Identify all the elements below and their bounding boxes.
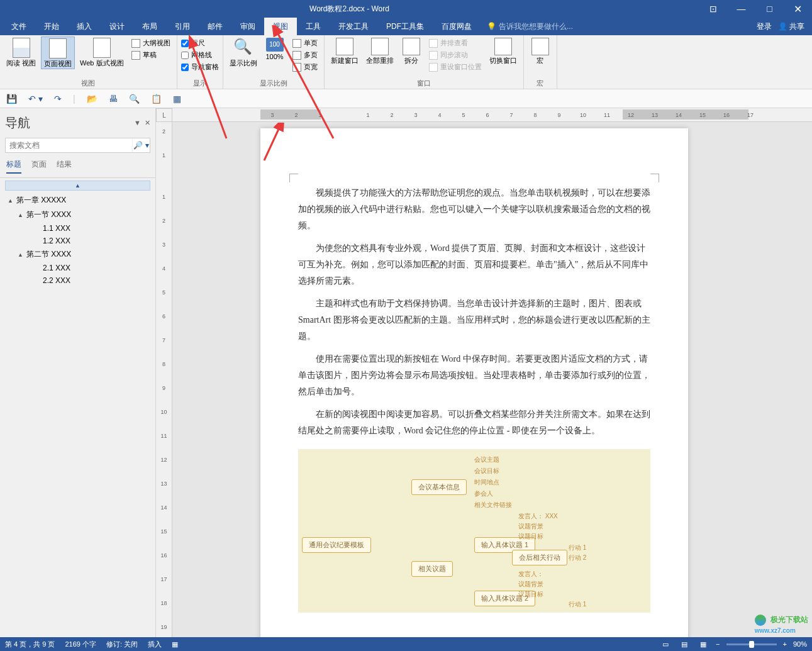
- status-page[interactable]: 第 4 页，共 9 页: [5, 640, 55, 649]
- web-layout-icon: [93, 38, 111, 58]
- zoom-100-button[interactable]: 100 100%: [262, 36, 287, 62]
- qat-open-icon[interactable]: 📂: [87, 94, 97, 104]
- tab-baidu[interactable]: 百度网盘: [433, 18, 481, 35]
- tab-insert[interactable]: 插入: [68, 18, 101, 35]
- arrange-all-button[interactable]: 全部重排: [364, 36, 396, 65]
- ruler-checkbox[interactable]: 标尺: [181, 38, 219, 48]
- document-page[interactable]: 视频提供了功能强大的方法帮助您证明您的观点。当您单击联机视频时，可以在想要添加的…: [260, 128, 688, 637]
- multi-page-button[interactable]: 多页: [290, 50, 320, 60]
- nav-tree-item[interactable]: 1.2 XXX: [5, 235, 150, 247]
- one-page-button[interactable]: 单页: [290, 38, 320, 48]
- tab-home[interactable]: 开始: [35, 18, 68, 35]
- status-web-view-icon[interactable]: ▦: [697, 639, 709, 649]
- nav-tab-pages[interactable]: 页面: [31, 159, 47, 174]
- share-button[interactable]: 👤 共享: [778, 21, 804, 32]
- nav-tree-item[interactable]: ▲第一节 XXXX: [5, 208, 150, 222]
- paragraph[interactable]: 在新的阅读视图中阅读更加容易。可以折叠文档某些部分并关注所需文本。如果在达到结尾…: [298, 406, 650, 439]
- tell-me-search[interactable]: 💡 告诉我您想要做什么...: [487, 21, 573, 32]
- nav-tree-item[interactable]: ▲第一章 XXXXX: [5, 193, 150, 208]
- qat-paste-icon[interactable]: 📋: [151, 94, 162, 104]
- nav-collapse-bar[interactable]: ▲: [5, 181, 150, 191]
- split-button[interactable]: 拆分: [399, 36, 424, 65]
- login-button[interactable]: 登录: [757, 21, 772, 32]
- status-word-count[interactable]: 2169 个字: [65, 640, 96, 649]
- paragraph[interactable]: 使用在需要位置出现的新按钮在 Word 中保存时间。若要更改图片适应文档的方式，…: [298, 351, 650, 400]
- switch-windows-button[interactable]: 切换窗口: [487, 36, 520, 65]
- window-minimize-icon[interactable]: —: [727, 0, 755, 18]
- navpane-checkbox[interactable]: 导航窗格: [181, 62, 219, 72]
- status-insert-mode[interactable]: 插入: [148, 640, 162, 649]
- new-window-icon: [336, 38, 353, 55]
- qat-preview-icon[interactable]: 🔍: [129, 94, 140, 104]
- zoom-in-icon[interactable]: +: [783, 640, 787, 648]
- tab-review[interactable]: 审阅: [231, 18, 264, 35]
- multi-page-label: 多页: [304, 50, 318, 60]
- tab-layout[interactable]: 布局: [133, 18, 166, 35]
- gridlines-checkbox[interactable]: 网格线: [181, 50, 219, 60]
- draft-icon: [131, 51, 140, 60]
- paragraph[interactable]: 为使您的文档具有专业外观，Word 提供了页眉、页脚、封面和文本框设计，这些设计…: [298, 240, 650, 289]
- nav-tab-headings[interactable]: 标题: [6, 159, 21, 174]
- status-print-view-icon[interactable]: ▤: [678, 639, 691, 649]
- zoom-level[interactable]: 90%: [793, 640, 807, 648]
- print-layout-label: 页面视图: [44, 60, 72, 67]
- ruler-label: 标尺: [191, 38, 205, 48]
- status-read-view-icon[interactable]: ▭: [659, 639, 672, 649]
- zoom-button[interactable]: 🔍 显示比例: [227, 36, 260, 68]
- zoom-slider[interactable]: [726, 643, 777, 645]
- one-page-label: 单页: [304, 38, 318, 48]
- tab-developer[interactable]: 开发工具: [330, 18, 377, 35]
- mm-leaf: 参会人: [474, 489, 493, 498]
- qat-separator: |: [73, 94, 75, 104]
- macros-button[interactable]: 宏: [528, 36, 553, 65]
- navpane-label: 导航窗格: [191, 62, 219, 72]
- nav-dropdown-icon[interactable]: ▼: [134, 119, 141, 127]
- nav-close-icon[interactable]: ✕: [145, 119, 150, 127]
- qat-save-icon[interactable]: 💾: [6, 94, 17, 104]
- qat-redo-icon[interactable]: ↷: [54, 94, 62, 104]
- status-macro-icon[interactable]: ▦: [172, 640, 178, 648]
- tab-pdf[interactable]: PDF工具集: [377, 18, 433, 35]
- page-width-label: 页宽: [304, 62, 318, 72]
- tab-view[interactable]: 视图: [264, 18, 297, 35]
- window-restore-icon[interactable]: ⊡: [699, 0, 727, 18]
- status-track-changes[interactable]: 修订: 关闭: [106, 640, 138, 649]
- horizontal-ruler[interactable]: 3211234567891011121314151617: [172, 108, 812, 122]
- mm-root: 通用会议纪要模板: [302, 537, 371, 553]
- switch-windows-label: 切换窗口: [489, 57, 517, 64]
- qat-undo-icon[interactable]: ↶ ▾: [28, 94, 43, 104]
- outline-view-button[interactable]: 大纲视图: [129, 38, 173, 48]
- side-by-side-button: 并排查看: [426, 38, 484, 48]
- nav-search-input[interactable]: [6, 138, 132, 152]
- nav-tree-item[interactable]: 2.2 XXX: [5, 274, 150, 287]
- tab-tools[interactable]: 工具: [297, 18, 330, 35]
- nav-tab-results[interactable]: 结果: [57, 159, 72, 174]
- nav-tree-item[interactable]: ▲第二节 XXXX: [5, 247, 150, 262]
- window-maximize-icon[interactable]: □: [755, 0, 784, 18]
- tab-mailings[interactable]: 邮件: [199, 18, 231, 35]
- tab-design[interactable]: 设计: [101, 18, 133, 35]
- reading-view-button[interactable]: 阅读 视图: [4, 36, 38, 68]
- draft-view-button[interactable]: 草稿: [129, 50, 173, 60]
- nav-tree-item[interactable]: 2.1 XXX: [5, 262, 150, 274]
- side-by-side-label: 并排查看: [440, 38, 468, 48]
- window-close-icon[interactable]: ✕: [784, 0, 812, 18]
- mm-leaf: 相关文件链接: [474, 501, 512, 509]
- zoom-group-label: 显示比例: [227, 79, 320, 89]
- mm-leaf: 发言人： XXX: [518, 512, 558, 521]
- paragraph[interactable]: 视频提供了功能强大的方法帮助您证明您的观点。当您单击联机视频时，可以在想要添加的…: [298, 185, 650, 234]
- paragraph[interactable]: 主题和样式也有助于文档保持协调。当您单击设计并选择新的主题时，图片、图表或 Sm…: [298, 296, 650, 345]
- search-icon[interactable]: 🔎 ▾: [132, 138, 150, 152]
- tab-references[interactable]: 引用: [166, 18, 199, 35]
- nav-tree-item[interactable]: 1.1 XXX: [5, 222, 150, 235]
- qat-print-icon[interactable]: 🖶: [109, 94, 118, 104]
- vertical-ruler[interactable]: 211234567891011121314151617181920: [156, 122, 172, 637]
- print-layout-button[interactable]: 页面视图: [41, 36, 75, 69]
- tab-file[interactable]: 文件: [3, 18, 35, 35]
- zoom-out-icon[interactable]: −: [716, 640, 720, 648]
- new-window-button[interactable]: 新建窗口: [328, 36, 361, 65]
- page-width-button[interactable]: 页宽: [290, 62, 320, 72]
- web-layout-button[interactable]: Web 版式视图: [77, 36, 126, 68]
- qat-table-icon[interactable]: ▦: [173, 94, 181, 104]
- ruler-corner[interactable]: L: [156, 108, 172, 122]
